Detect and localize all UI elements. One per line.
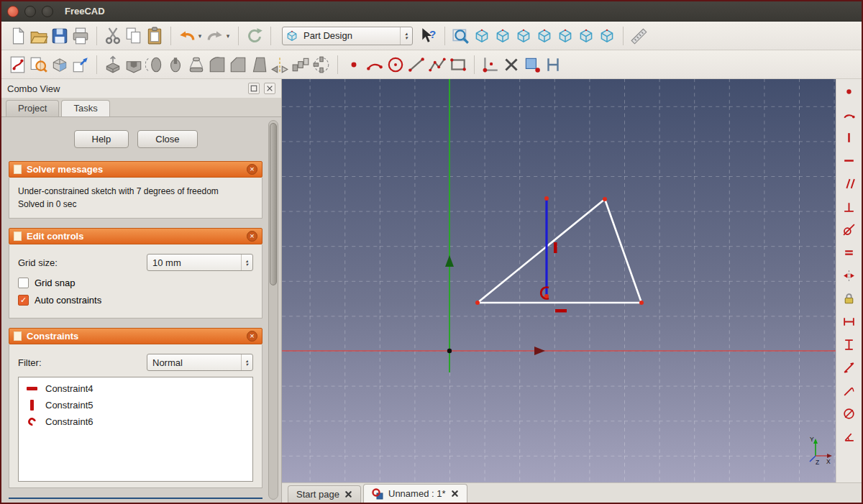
constraint-angle-icon[interactable] — [842, 430, 856, 444]
constraint-radius-icon[interactable] — [842, 384, 856, 398]
combo-arrows-icon[interactable]: ▴▾ — [400, 27, 412, 45]
dock-float-icon[interactable] — [248, 83, 260, 94]
origin-point[interactable] — [447, 349, 452, 353]
pad-icon[interactable] — [104, 55, 122, 74]
constraint-diameter-icon[interactable] — [842, 407, 856, 421]
3d-view[interactable]: Y Z X — [282, 79, 836, 482]
sketch-validate-icon[interactable] — [71, 55, 90, 74]
polar-pattern-icon[interactable] — [312, 55, 331, 74]
constraint-distance-y-icon[interactable] — [842, 338, 856, 352]
sketch-create-icon[interactable] — [9, 55, 27, 74]
constraint-parallel-icon[interactable] — [842, 177, 856, 191]
additive-loft-icon[interactable] — [187, 55, 206, 74]
combo-arrows-icon[interactable]: ▴▾ — [241, 354, 252, 370]
constraint-perpendicular-icon[interactable] — [842, 200, 856, 214]
section-close-icon[interactable]: × — [247, 331, 257, 342]
close-tab-icon[interactable] — [451, 490, 459, 498]
constraint-coincident-icon[interactable] — [842, 85, 856, 98]
revolution-icon[interactable] — [145, 55, 164, 74]
redo-dropdown-icon[interactable]: ▾ — [224, 32, 232, 40]
chamfer-icon[interactable] — [229, 55, 247, 74]
window-maximize-button[interactable] — [42, 6, 53, 17]
draft-icon[interactable] — [250, 55, 268, 74]
create-circle-icon[interactable] — [386, 55, 405, 74]
sketch-viewport-canvas[interactable]: Y Z X — [282, 79, 836, 482]
fit-all-icon[interactable] — [452, 27, 470, 45]
constraint-horizontal-icon[interactable] — [842, 154, 856, 168]
view-bottom-icon[interactable] — [577, 27, 595, 45]
dock-close-icon[interactable] — [264, 83, 275, 94]
workbench-selector[interactable]: Part Design▴▾ — [282, 27, 413, 45]
section-close-icon[interactable]: × — [247, 231, 257, 242]
close-tab-icon[interactable] — [344, 490, 352, 498]
external-geometry-icon[interactable] — [523, 55, 542, 74]
fillet-icon[interactable] — [208, 55, 227, 74]
copy-icon[interactable] — [124, 27, 143, 45]
create-rectangle-icon[interactable] — [449, 55, 467, 74]
horizontal-constraint-marker[interactable] — [555, 309, 567, 313]
constraint-symmetric-icon[interactable] — [842, 269, 856, 283]
create-line-icon[interactable] — [407, 55, 426, 74]
help-button[interactable]: Help — [74, 130, 129, 148]
combo-arrows-icon[interactable]: ▴▾ — [241, 255, 252, 270]
undo-icon[interactable] — [178, 27, 196, 45]
view-left-icon[interactable] — [598, 27, 616, 45]
whats-this-icon[interactable]: ? — [419, 27, 438, 45]
linear-pattern-icon[interactable] — [291, 55, 310, 74]
constraints-header[interactable]: Constraints × — [9, 328, 262, 344]
tab-start-page[interactable]: Start page — [288, 485, 361, 503]
view-axonometric-icon[interactable] — [472, 27, 491, 45]
constraint-point-on-object-icon[interactable] — [842, 108, 856, 122]
save-document-icon[interactable] — [50, 27, 69, 45]
tasks-scrollbar[interactable] — [268, 120, 278, 500]
scrollbar-thumb[interactable] — [270, 123, 277, 285]
tab-tasks[interactable]: Tasks — [61, 100, 109, 116]
open-document-icon[interactable] — [29, 27, 48, 45]
cut-icon[interactable] — [104, 27, 122, 45]
window-minimize-button[interactable] — [24, 6, 36, 17]
constraint-lock-icon[interactable] — [842, 292, 856, 306]
view-rear-icon[interactable] — [556, 27, 575, 45]
list-item-constraint6[interactable]: Constraint6 — [19, 413, 252, 430]
refresh-icon[interactable] — [245, 27, 264, 45]
constraint-vertical-icon[interactable] — [842, 131, 856, 145]
next-section-partial[interactable] — [9, 498, 262, 499]
view-top-icon[interactable] — [514, 27, 533, 45]
section-close-icon[interactable]: × — [247, 164, 257, 175]
grid-snap-checkbox[interactable] — [18, 278, 29, 288]
tab-unnamed-document[interactable]: Unnamed : 1* — [363, 484, 467, 503]
create-arc-icon[interactable] — [365, 55, 384, 74]
print-document-icon[interactable] — [71, 27, 90, 45]
groove-icon[interactable] — [166, 55, 185, 74]
grid-size-select[interactable]: 10 mm ▴▾ — [147, 254, 253, 271]
create-point-icon[interactable] — [344, 55, 363, 74]
view-right-icon[interactable] — [535, 27, 554, 45]
close-button[interactable]: Close — [137, 130, 197, 148]
new-document-icon[interactable] — [9, 27, 27, 45]
edit-controls-header[interactable]: Edit controls × — [9, 228, 262, 244]
view-front-icon[interactable] — [493, 27, 512, 45]
trim-edge-icon[interactable] — [502, 55, 521, 74]
undo-dropdown-icon[interactable]: ▾ — [196, 32, 204, 40]
list-item-constraint4[interactable]: Constraint4 — [19, 380, 252, 397]
sketch-map-icon[interactable] — [50, 55, 69, 74]
list-item-constraint5[interactable]: Constraint5 — [19, 397, 252, 413]
constrain-coincident-icon[interactable] — [481, 55, 500, 74]
paste-icon[interactable] — [145, 27, 164, 45]
mirrored-icon[interactable] — [270, 55, 289, 74]
vertical-constraint-marker[interactable] — [554, 242, 557, 253]
constraint-tangent-icon[interactable] — [842, 223, 856, 237]
create-polyline-icon[interactable] — [428, 55, 447, 74]
constraints-filter-select[interactable]: Normal ▴▾ — [147, 354, 253, 371]
pocket-icon[interactable] — [124, 55, 143, 74]
toggle-construction-icon[interactable] — [544, 55, 562, 74]
constraint-distance-x-icon[interactable] — [842, 315, 856, 329]
auto-constraints-checkbox[interactable]: ✓ — [18, 295, 29, 306]
window-close-button[interactable] — [7, 6, 19, 17]
sketch-edit-icon[interactable] — [29, 55, 48, 74]
constraint-equal-icon[interactable] — [842, 246, 856, 260]
solver-messages-header[interactable]: Solver messages × — [9, 161, 262, 178]
tab-project[interactable]: Project — [6, 100, 59, 116]
measure-distance-icon[interactable] — [630, 27, 649, 45]
redo-icon[interactable] — [206, 27, 224, 45]
